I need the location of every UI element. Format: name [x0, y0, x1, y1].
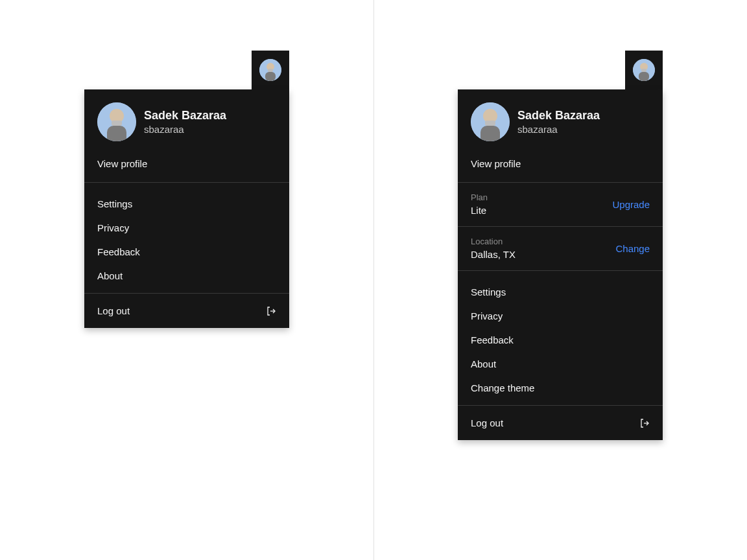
svg-rect-6	[107, 126, 126, 141]
avatar	[97, 102, 136, 141]
svg-rect-14	[480, 126, 500, 141]
logout-icon	[639, 418, 650, 428]
svg-rect-11	[641, 69, 646, 72]
avatar	[471, 102, 510, 141]
plan-label: Plan	[471, 192, 488, 204]
user-name: Sadek Bazaraa	[144, 108, 226, 123]
location-value: Dallas, TX	[471, 248, 516, 261]
svg-rect-10	[639, 72, 649, 81]
menu-item-about[interactable]: About	[84, 264, 289, 288]
profile-header: Sadek Bazaraa sbazaraa	[458, 89, 663, 152]
vertical-divider	[374, 0, 374, 560]
logout-button[interactable]: Log out	[458, 406, 663, 440]
change-location-link[interactable]: Change	[615, 243, 650, 254]
menu-item-settings[interactable]: Settings	[458, 280, 663, 304]
location-block: Location Dallas, TX Change	[458, 227, 663, 270]
user-handle: sbazaraa	[144, 123, 226, 136]
svg-rect-7	[112, 121, 122, 126]
menu-item-privacy[interactable]: Privacy	[458, 304, 663, 328]
menu-item-settings[interactable]: Settings	[84, 192, 289, 216]
avatar	[259, 59, 281, 81]
view-profile-link[interactable]: View profile	[458, 152, 663, 182]
user-menu-panel: Sadek Bazaraa sbazaraa View profile Sett…	[84, 89, 289, 328]
view-profile-link[interactable]: View profile	[84, 152, 289, 182]
menu-item-feedback[interactable]: Feedback	[84, 240, 289, 264]
profile-header: Sadek Bazaraa sbazaraa	[84, 89, 289, 152]
plan-value: Lite	[471, 204, 488, 217]
svg-rect-2	[265, 72, 276, 81]
logout-button[interactable]: Log out	[84, 294, 289, 328]
menu-item-privacy[interactable]: Privacy	[84, 216, 289, 240]
logout-label: Log out	[471, 417, 503, 428]
logout-icon	[266, 306, 276, 316]
menu-item-change-theme[interactable]: Change theme	[458, 376, 663, 400]
svg-rect-3	[268, 69, 273, 72]
user-name: Sadek Bazaraa	[517, 108, 600, 123]
user-menu-panel: Sadek Bazaraa sbazaraa View profile Plan…	[458, 89, 663, 440]
menu-item-about[interactable]: About	[458, 352, 663, 376]
avatar	[633, 59, 655, 81]
user-menu-trigger[interactable]	[625, 51, 663, 89]
location-label: Location	[471, 236, 516, 248]
svg-rect-15	[485, 121, 495, 126]
user-handle: sbazaraa	[517, 123, 600, 136]
logout-label: Log out	[97, 305, 130, 316]
user-menu-trigger[interactable]	[252, 51, 289, 89]
upgrade-link[interactable]: Upgrade	[612, 199, 650, 210]
menu-item-feedback[interactable]: Feedback	[458, 328, 663, 352]
plan-block: Plan Lite Upgrade	[458, 183, 663, 226]
